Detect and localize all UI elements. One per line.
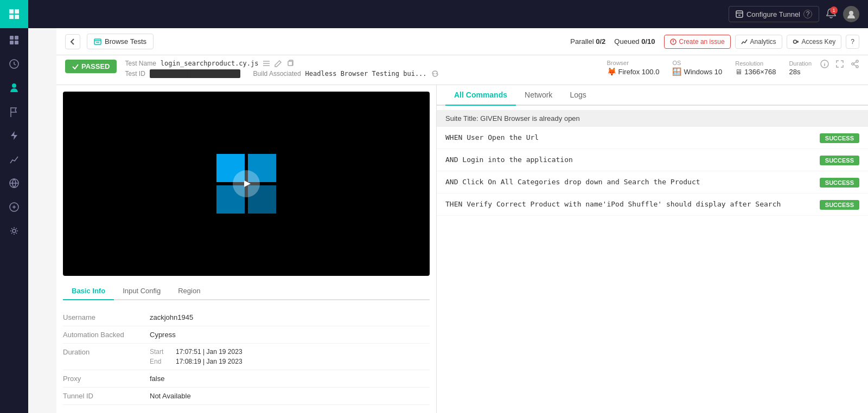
sidebar: [0, 0, 28, 413]
sidebar-icon-users[interactable]: [0, 76, 28, 100]
sidebar-icon-chart[interactable]: [0, 147, 28, 171]
expand-icon-button[interactable]: [835, 60, 844, 70]
svg-marker-22: [244, 180, 251, 187]
subheader-actions: Create an issue Analytics Access Key ?: [664, 35, 859, 49]
refresh-icon: [431, 70, 439, 78]
subheader-left: Browse Tests: [65, 34, 154, 49]
commands-panel: All Commands Network Logs Suite Title: G…: [436, 85, 868, 413]
command-row: AND Login into the application SUCCESS: [437, 149, 868, 171]
windows-icon: 🪟: [672, 67, 681, 76]
edit-icon: [275, 60, 282, 67]
passed-badge: PASSED: [65, 60, 117, 73]
automation-row: Automation Backed Cypress: [63, 326, 430, 344]
tunnel-row: Tunnel ID Not Available: [63, 388, 430, 405]
tab-region[interactable]: Region: [169, 282, 209, 300]
svg-point-16: [856, 66, 858, 68]
create-issue-button[interactable]: Create an issue: [664, 35, 731, 49]
subheader-right: Parallel 0/2 Queued 0/10 Create an issue…: [570, 35, 859, 49]
test-name-icons: [263, 60, 294, 67]
success-badge-3: SUCCESS: [820, 200, 859, 210]
queued-label: Queued 0/10: [614, 37, 655, 46]
commands-content: Suite Title: GIVEN Browser is already op…: [437, 106, 868, 413]
test-right-icons: [820, 60, 859, 70]
sidebar-icon-clock[interactable]: [0, 52, 28, 76]
subheader: Browse Tests Parallel 0/2 Queued 0/10 Cr…: [56, 28, 868, 55]
parallel-label: Parallel 0/2: [570, 37, 605, 46]
help-button[interactable]: ?: [846, 35, 859, 49]
test-info-bar: PASSED Test Name login_searchproduct.cy.…: [56, 55, 868, 85]
tab-basic-info[interactable]: Basic Info: [63, 282, 114, 300]
duration-row: Duration Start 17:07:51 | Jan 19 2023 En…: [63, 344, 430, 370]
video-container[interactable]: [63, 92, 430, 276]
test-browser-info: Browser 🦊 Firefox 100.0 OS 🪟 Windows 10 …: [607, 60, 812, 76]
parallel-info: Parallel 0/2 Queued 0/10: [570, 37, 655, 46]
svg-rect-1: [15, 36, 18, 40]
test-id-row: Test ID ████████████ Build Associated He…: [125, 69, 598, 78]
sidebar-icon-lightning[interactable]: [0, 124, 28, 147]
tab-logs[interactable]: Logs: [561, 85, 595, 106]
info-table: Username zackjohn1945 Automation Backed …: [63, 309, 430, 405]
svg-rect-2: [10, 41, 14, 44]
tab-network[interactable]: Network: [516, 85, 561, 106]
svg-point-7: [12, 229, 16, 233]
success-badge-2: SUCCESS: [820, 178, 859, 188]
browser-col: Browser 🦊 Firefox 100.0: [607, 60, 660, 76]
svg-rect-0: [10, 36, 14, 40]
start-row: Start 17:07:51 | Jan 19 2023: [150, 348, 242, 356]
tab-all-commands[interactable]: All Commands: [445, 85, 516, 106]
sidebar-icon-settings[interactable]: [0, 219, 28, 243]
logo[interactable]: [0, 0, 28, 28]
resolution-col: Resolution 🖥 1366×768: [735, 60, 776, 76]
play-button[interactable]: [233, 170, 260, 197]
command-row: AND Click On All Categories drop down an…: [437, 171, 868, 193]
username-row: Username zackjohn1945: [63, 309, 430, 326]
video-panel: Basic Info Input Config Region Username …: [56, 85, 436, 413]
test-meta: Test Name login_searchproduct.cy.js Test…: [125, 60, 598, 80]
topbar: Configure Tunnel ? 1: [28, 0, 868, 28]
content-area: Basic Info Input Config Region Username …: [56, 85, 868, 413]
suite-title: Suite Title: GIVEN Browser is already op…: [437, 110, 868, 127]
svg-rect-8: [736, 11, 743, 17]
svg-point-9: [849, 11, 853, 15]
proxy-row: Proxy false: [63, 370, 430, 388]
commands-tabs: All Commands Network Logs: [437, 85, 868, 106]
configure-tunnel-button[interactable]: Configure Tunnel ?: [729, 6, 819, 22]
success-badge-1: SUCCESS: [820, 156, 859, 165]
end-row: End 17:08:19 | Jan 19 2023: [150, 358, 242, 365]
notification-bell-icon[interactable]: 1: [826, 8, 837, 21]
sidebar-icon-flag[interactable]: [0, 100, 28, 124]
svg-rect-13: [288, 61, 292, 66]
configure-tunnel-help: ?: [803, 10, 812, 18]
success-badge-0: SUCCESS: [820, 133, 859, 143]
monitor-icon: 🖥: [735, 68, 742, 76]
analytics-button[interactable]: Analytics: [735, 35, 782, 49]
browse-tests-button[interactable]: Browse Tests: [87, 34, 154, 49]
share-icon-button[interactable]: [851, 60, 859, 70]
svg-point-17: [852, 63, 854, 65]
info-icon-button[interactable]: [820, 60, 829, 70]
svg-point-15: [856, 60, 858, 62]
tab-input-config[interactable]: Input Config: [114, 282, 169, 300]
user-avatar[interactable]: [843, 6, 859, 22]
firefox-icon: 🦊: [607, 67, 616, 76]
back-button[interactable]: [65, 34, 80, 49]
command-row: THEN Verify Correct Product with name'iP…: [437, 193, 868, 216]
sidebar-icon-dashboard[interactable]: [0, 28, 28, 52]
list-icon: [263, 60, 270, 67]
access-key-button[interactable]: Access Key: [787, 35, 842, 49]
access-key-label: Access Key: [802, 38, 836, 46]
main-content: Browse Tests Parallel 0/2 Queued 0/10 Cr…: [56, 28, 868, 413]
os-col: OS 🪟 Windows 10: [672, 60, 722, 76]
command-row: WHEN User Open the Url SUCCESS: [437, 127, 868, 149]
analytics-label: Analytics: [750, 38, 776, 46]
svg-rect-10: [94, 39, 101, 44]
test-name-row: Test Name login_searchproduct.cy.js: [125, 60, 598, 67]
sidebar-icon-add[interactable]: [0, 195, 28, 219]
svg-rect-3: [15, 41, 18, 44]
browse-tests-label: Browse Tests: [105, 37, 146, 46]
duration-grid: Start 17:07:51 | Jan 19 2023 End 17:08:1…: [150, 348, 242, 365]
test-id-value: ████████████: [150, 69, 240, 78]
create-issue-label: Create an issue: [679, 38, 725, 46]
info-tabs: Basic Info Input Config Region: [63, 282, 430, 300]
sidebar-icon-grid[interactable]: [0, 171, 28, 195]
